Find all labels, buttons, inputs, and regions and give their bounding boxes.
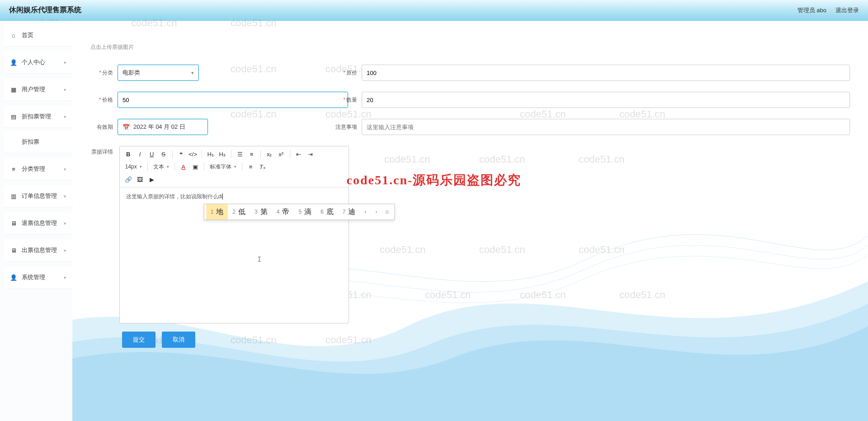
- chevron-down-icon: ▾: [64, 194, 66, 199]
- sidebar-item-9[interactable]: 👤系统管理▾: [4, 267, 72, 288]
- price-field[interactable]: [123, 97, 343, 103]
- expiry-label: 有效期: [97, 124, 113, 130]
- sidebar-item-5[interactable]: ≡分类管理▾: [4, 158, 72, 180]
- sidebar-item-label: 分类管理: [22, 165, 59, 173]
- sidebar-item-4[interactable]: 折扣票: [4, 131, 72, 153]
- ime-char: 滴: [304, 207, 311, 217]
- upload-hint[interactable]: 点击上传票据图片: [90, 43, 850, 51]
- sidebar: ⌂首页👤个人中心▾▦用户管理▾▤折扣票管理▾折扣票≡分类管理▾▥订单信息管理▾🖥…: [0, 21, 72, 421]
- original-price-label: 原价: [346, 70, 357, 76]
- ime-char: 地: [216, 207, 223, 217]
- sidebar-item-label: 折扣票: [22, 138, 66, 146]
- superscript-icon[interactable]: x²: [276, 149, 286, 159]
- font-size-select[interactable]: 14px▾: [123, 164, 144, 170]
- price-label: 价格: [102, 97, 113, 103]
- rich-text-editor: B I U S ❝ </> H₁ H₂ ☰ ≡ x₂: [119, 146, 349, 323]
- original-price-input[interactable]: [362, 65, 850, 81]
- expiry-date-picker[interactable]: 📅 2022 年 04 月 02 日: [118, 119, 208, 135]
- editor-body[interactable]: 这里输入票据的详情，比如说限制什么di 1地2低3第4帝5滴6底7迪‹›☺ 𝙸: [120, 187, 349, 323]
- category-select[interactable]: 电影类 ▾: [118, 65, 199, 81]
- sidebar-item-label: 折扣票管理: [22, 112, 59, 121]
- cancel-button[interactable]: 取消: [162, 332, 195, 348]
- indent-right-icon[interactable]: ⇥: [306, 149, 316, 159]
- ime-char: 迪: [348, 207, 355, 217]
- h2-icon[interactable]: H₂: [217, 149, 227, 159]
- ime-num: 1: [211, 209, 214, 215]
- sidebar-item-label: 退票信息管理: [22, 219, 59, 227]
- ime-char: 第: [260, 207, 268, 217]
- submit-button[interactable]: 提交: [122, 332, 156, 348]
- ime-candidate-bar[interactable]: 1地2低3第4帝5滴6底7迪‹›☺: [204, 204, 395, 220]
- chevron-down-icon: ▾: [64, 87, 66, 92]
- original-price-field[interactable]: [367, 70, 845, 76]
- ordered-list-icon[interactable]: ☰: [235, 149, 245, 159]
- ime-next-icon[interactable]: ›: [371, 204, 382, 220]
- price-input[interactable]: [118, 92, 348, 108]
- sidebar-item-label: 用户管理: [22, 85, 59, 94]
- admin-label[interactable]: 管理员 abo: [797, 6, 826, 14]
- bg-color-icon[interactable]: ▣: [190, 162, 200, 172]
- link-icon[interactable]: 🔗: [123, 174, 133, 184]
- ime-option-3[interactable]: 3第: [250, 204, 272, 220]
- ime-option-6[interactable]: 6底: [316, 204, 338, 220]
- notes-input[interactable]: [362, 119, 850, 135]
- grid-icon: ▦: [10, 86, 17, 93]
- ime-option-1[interactable]: 1地: [206, 204, 228, 220]
- indent-left-icon[interactable]: ⇤: [294, 149, 304, 159]
- quantity-field[interactable]: [367, 97, 845, 103]
- bold-icon[interactable]: B: [123, 149, 133, 159]
- font-preset-select[interactable]: 标准字体▾: [208, 163, 238, 171]
- ime-num: 4: [277, 209, 280, 215]
- ime-option-2[interactable]: 2低: [228, 204, 250, 220]
- quote-icon[interactable]: ❝: [176, 149, 186, 159]
- sidebar-item-1[interactable]: 👤个人中心▾: [4, 51, 72, 73]
- chevron-down-icon: ▾: [64, 221, 66, 226]
- code-icon[interactable]: </>: [188, 149, 198, 159]
- h1-icon[interactable]: H₁: [206, 149, 216, 159]
- category-value: 电影类: [123, 69, 140, 77]
- video-icon[interactable]: ▶: [147, 174, 157, 184]
- quantity-label: 数量: [346, 97, 357, 103]
- sidebar-item-7[interactable]: 🖥退票信息管理▾: [4, 212, 72, 234]
- sidebar-item-label: 首页: [22, 31, 66, 39]
- ime-char: 底: [326, 207, 334, 217]
- ime-prev-icon[interactable]: ‹: [360, 204, 371, 220]
- italic-icon[interactable]: I: [135, 149, 145, 159]
- quantity-input[interactable]: [362, 92, 850, 108]
- ime-char: 低: [238, 207, 245, 217]
- subscript-icon[interactable]: x₂: [264, 149, 274, 159]
- sidebar-item-2[interactable]: ▦用户管理▾: [4, 79, 72, 100]
- ime-emoji-icon[interactable]: ☺: [382, 204, 392, 220]
- ime-num: 3: [255, 209, 258, 215]
- ime-option-7[interactable]: 7迪: [338, 204, 360, 220]
- notes-label: 注意事项: [335, 124, 357, 130]
- calendar-icon: 📅: [123, 124, 130, 131]
- logout-link[interactable]: 退出登录: [835, 6, 859, 14]
- bars-icon: ▤: [10, 113, 17, 120]
- clear-format-icon[interactable]: Tₓ: [258, 162, 268, 172]
- list-icon: ≡: [10, 165, 17, 173]
- sidebar-item-3[interactable]: ▤折扣票管理▾: [4, 106, 72, 127]
- ime-char: 帝: [282, 207, 289, 217]
- underline-icon[interactable]: U: [147, 149, 157, 159]
- notes-field[interactable]: [367, 124, 845, 131]
- ime-num: 5: [298, 209, 302, 215]
- sidebar-item-0[interactable]: ⌂首页: [4, 24, 72, 46]
- sidebar-item-label: 订单信息管理: [22, 192, 59, 200]
- editor-text: 这里输入票据的详情，比如说限制什么di: [126, 193, 222, 200]
- user-icon: 👤: [10, 274, 17, 281]
- font-family-select[interactable]: 文本▾: [151, 163, 171, 171]
- user-icon: 👤: [10, 59, 17, 66]
- strikethrough-icon[interactable]: S: [159, 149, 169, 159]
- ime-option-5[interactable]: 5滴: [294, 204, 316, 220]
- font-color-icon[interactable]: A: [179, 162, 189, 172]
- unordered-list-icon[interactable]: ≡: [247, 149, 257, 159]
- image-icon[interactable]: 🖼: [135, 174, 145, 184]
- ime-option-4[interactable]: 4帝: [272, 204, 294, 220]
- category-label: 分类: [102, 70, 113, 76]
- orders-icon: ▥: [10, 192, 17, 200]
- align-icon[interactable]: ≡: [246, 162, 256, 172]
- sidebar-item-6[interactable]: ▥订单信息管理▾: [4, 185, 72, 207]
- chevron-down-icon: ▾: [64, 167, 66, 172]
- sidebar-item-8[interactable]: 🖥出票信息管理▾: [4, 239, 72, 261]
